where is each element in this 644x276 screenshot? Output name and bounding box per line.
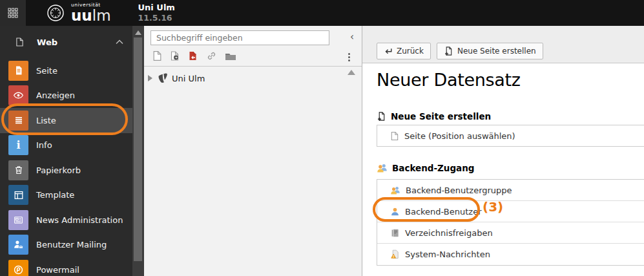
tree-root-uni-ulm[interactable]: Uni Ulm bbox=[148, 72, 205, 84]
new-page-icon[interactable] bbox=[152, 50, 162, 61]
eye-icon bbox=[8, 85, 28, 105]
new-page-icon bbox=[444, 46, 453, 56]
filemount-icon bbox=[390, 228, 400, 238]
sidebar-item-label: Anzeigen bbox=[36, 90, 75, 100]
section-heading-backend-zugang: Backend-Zugang bbox=[377, 163, 475, 173]
list-icon bbox=[8, 111, 28, 131]
tree-expand-caret-icon[interactable] bbox=[148, 75, 152, 81]
sidebar-item-label: Liste bbox=[36, 116, 56, 125]
wizard-item-seite-position[interactable]: Seite (Position auswählen) bbox=[377, 125, 644, 146]
sidebar-item-label: Template bbox=[36, 190, 74, 200]
sidebar-item-benutzer-mailing[interactable]: Benutzer Mailing bbox=[0, 233, 132, 258]
section-heading-label: Neue Seite erstellen bbox=[391, 111, 491, 122]
wizard-box-seite: Seite (Position auswählen) bbox=[377, 125, 644, 147]
back-button-label: Zurück bbox=[397, 47, 424, 56]
template-icon bbox=[8, 185, 28, 205]
sidebar-item-info[interactable]: i Info bbox=[0, 133, 132, 158]
user-mail-icon bbox=[8, 235, 28, 255]
university-seal-icon bbox=[47, 4, 65, 22]
folder-icon[interactable] bbox=[225, 51, 236, 61]
powermail-icon bbox=[8, 260, 28, 276]
uulm-wordmark: universität uulm bbox=[71, 3, 111, 23]
sidebar-item-label: Seite bbox=[36, 66, 57, 76]
collapse-tree-icon[interactable]: ‹ bbox=[350, 32, 354, 42]
wizard-item-label: Backend-Benutzer bbox=[405, 207, 481, 217]
annotation-badge: (3) bbox=[483, 199, 503, 215]
typo3-logo-icon bbox=[156, 72, 168, 84]
sidebar-item-label: News Administration bbox=[36, 215, 123, 225]
new-page-button-label: Neue Seite erstellen bbox=[457, 47, 536, 56]
wizard-item-label: Verzeichnisfreigaben bbox=[405, 228, 493, 238]
wizard-item-backend-benutzer[interactable]: Backend-Benutzer bbox=[377, 201, 644, 222]
chevron-up-icon bbox=[116, 39, 123, 45]
new-page-icon bbox=[377, 111, 386, 122]
page-title: Neuer Datensatz bbox=[377, 70, 521, 90]
module-menu-scrollbar[interactable] bbox=[132, 26, 144, 276]
topbar: universität uulm Uni Ulm 11.5.16 bbox=[0, 0, 644, 26]
sidebar-item-liste[interactable]: Liste bbox=[0, 108, 132, 133]
sidebar-item-label: Benutzer Mailing bbox=[36, 240, 107, 249]
apps-grid-icon bbox=[8, 8, 18, 18]
wizard-item-label: Backend-Benutzergruppe bbox=[406, 186, 512, 195]
trash-icon bbox=[8, 160, 28, 180]
site-title: Uni Ulm bbox=[138, 3, 175, 13]
scrollbar-thumb[interactable] bbox=[134, 37, 142, 261]
sidebar-item-seite[interactable]: Seite bbox=[0, 58, 132, 83]
page-tree-panel: ‹ Uni Ulm bbox=[144, 26, 362, 276]
tree-scroll-up-icon[interactable] bbox=[348, 70, 355, 75]
sidebar-item-papierkorb[interactable]: Papierkorb bbox=[0, 158, 132, 183]
page-icon bbox=[8, 61, 28, 81]
document-outline-icon bbox=[16, 37, 24, 47]
sidebar-item-news-administration[interactable]: News Administration bbox=[0, 207, 132, 233]
module-group-label: Web bbox=[37, 37, 116, 47]
stop-mount-page-icon[interactable] bbox=[188, 50, 198, 61]
section-heading-label: Backend-Zugang bbox=[392, 163, 475, 173]
wizard-item-backend-benutzergruppe[interactable]: Backend-Benutzergruppe bbox=[377, 180, 644, 201]
module-toggle-button[interactable] bbox=[0, 0, 26, 26]
sidebar-item-anzeigen[interactable]: Anzeigen bbox=[0, 83, 132, 109]
module-menu: Web Seite Anzeigen Liste i Info Papierko… bbox=[0, 26, 132, 276]
user-icon bbox=[390, 207, 400, 217]
content-area: Zurück Neue Seite erstellen Neuer Datens… bbox=[362, 26, 644, 276]
site-version: 11.5.16 bbox=[138, 13, 175, 23]
module-group-web[interactable]: Web bbox=[0, 26, 132, 58]
sidebar-item-powermail[interactable]: Powermail bbox=[0, 257, 132, 276]
site-info: Uni Ulm 11.5.16 bbox=[138, 3, 175, 23]
page-gray-icon bbox=[390, 131, 399, 141]
sidebar-item-label: Powermail bbox=[36, 265, 79, 275]
sidebar-item-label: Info bbox=[36, 140, 52, 150]
sidebar-item-label: Papierkorb bbox=[36, 165, 81, 175]
info-icon: i bbox=[8, 135, 28, 155]
wizard-box-backend-zugang: Backend-Benutzergruppe Backend-Benutzer … bbox=[377, 179, 644, 266]
return-arrow-icon bbox=[384, 47, 393, 56]
new-page-button[interactable]: Neue Seite erstellen bbox=[437, 43, 543, 59]
uni-ulm-logo[interactable]: universität uulm bbox=[47, 3, 111, 23]
wizard-item-system-nachrichten[interactable]: System-Nachrichten bbox=[377, 244, 644, 265]
users-icon bbox=[390, 186, 400, 195]
doc-header-buttons: Zurück Neue Seite erstellen bbox=[377, 43, 543, 59]
tree-separator bbox=[144, 66, 362, 67]
tree-more-menu-icon[interactable] bbox=[348, 52, 350, 63]
back-button[interactable]: Zurück bbox=[377, 43, 431, 59]
scrollbar-up-arrow-icon[interactable] bbox=[135, 30, 141, 35]
link-icon[interactable] bbox=[206, 50, 217, 61]
wizard-item-verzeichnisfreigaben[interactable]: Verzeichnisfreigaben bbox=[377, 222, 644, 244]
wizard-item-label: System-Nachrichten bbox=[405, 249, 490, 259]
users-icon bbox=[377, 163, 388, 173]
logo-big-bold: uu bbox=[71, 7, 92, 24]
tree-root-label: Uni Ulm bbox=[172, 74, 205, 83]
temp-mount-page-icon[interactable] bbox=[170, 50, 180, 61]
tree-search-input[interactable] bbox=[151, 30, 329, 45]
section-heading-neue-seite: Neue Seite erstellen bbox=[377, 111, 491, 122]
logo-big-light: lm bbox=[92, 7, 111, 24]
sidebar-item-template[interactable]: Template bbox=[0, 183, 132, 208]
tree-toolbar bbox=[152, 50, 236, 61]
wizard-item-label: Seite (Position auswählen) bbox=[404, 131, 515, 141]
newspaper-icon bbox=[8, 210, 28, 230]
sys-news-icon bbox=[390, 249, 400, 259]
